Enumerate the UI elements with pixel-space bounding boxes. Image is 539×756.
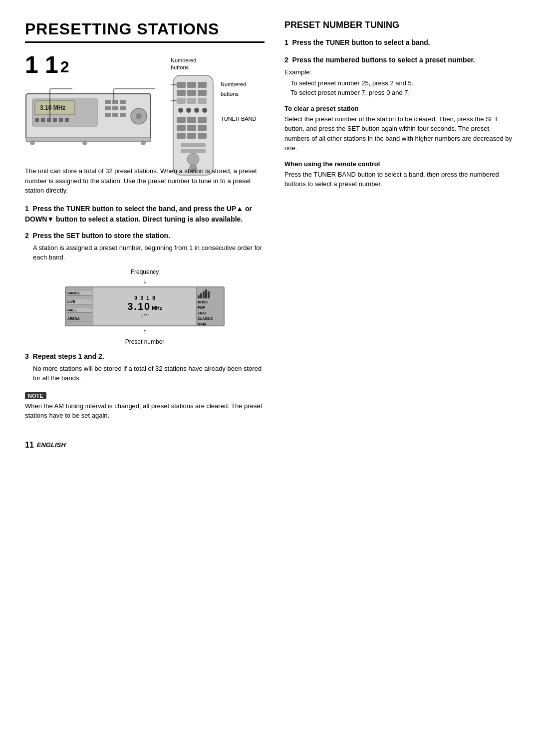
remote-control-section: When using the remote control Press the … (284, 160, 514, 189)
svg-rect-17 (112, 113, 118, 117)
svg-rect-33 (177, 90, 186, 96)
right-step2-body: Example: To select preset number 25, pre… (284, 67, 514, 98)
svg-rect-12 (120, 100, 126, 104)
step2-num: 2 (25, 232, 29, 240)
step-3: 3 Repeat steps 1 and 2. No more stations… (25, 351, 265, 383)
right-section-title: PRESET NUMBER TUNING (284, 20, 514, 30)
signal-bars (198, 289, 223, 298)
step1-header: 1 Press the TUNER button to select the b… (25, 204, 265, 225)
svg-rect-38 (198, 98, 207, 104)
svg-rect-44 (187, 117, 196, 123)
svg-rect-11 (112, 100, 118, 104)
svg-point-42 (202, 108, 207, 113)
receiver-svg: 3.10 MHz (25, 79, 165, 156)
svg-rect-15 (120, 106, 126, 110)
note-box: NOTE When the AM tuning interval is chan… (25, 391, 265, 421)
step-2: 2 Press the SET button to store the stat… (25, 231, 265, 262)
svg-rect-8 (59, 118, 63, 122)
note-text: When the AM tuning interval is changed, … (25, 401, 265, 421)
remote-control-body: Press the TUNER BAND button to select a … (284, 170, 514, 189)
display-diagram: Frequency ↓ DANCE LIVE HALL ARENA 9 3 1 … (65, 268, 225, 345)
svg-point-39 (178, 108, 183, 113)
step1-num: 1 (25, 205, 29, 213)
clear-preset-section: To clear a preset station Select the pre… (284, 105, 514, 153)
step-1: 1 Press the TUNER button to select the b… (25, 204, 265, 225)
step1-text: Press the TUNER button to select the ban… (25, 205, 252, 223)
mode-classic: CLASSIC (198, 316, 223, 321)
preset-num-display: 1 / / / (141, 313, 149, 317)
svg-rect-9 (65, 118, 69, 122)
example-line1: To select preset number 25, press 2 and … (284, 78, 514, 88)
svg-point-41 (194, 108, 199, 113)
svg-rect-31 (187, 82, 196, 88)
svg-point-22 (30, 140, 35, 145)
right-step1-header: 1 Press the TUNER button to select a ban… (284, 37, 514, 48)
right-mode-labels: ROCK POP JAZZ CLASSIC BGM (198, 299, 223, 326)
svg-rect-4 (35, 118, 39, 122)
mode-jazz: JAZZ (198, 310, 223, 316)
display-freq: 3.10 (127, 301, 151, 312)
svg-rect-7 (53, 118, 57, 122)
svg-point-23 (82, 140, 87, 145)
svg-point-54 (187, 153, 199, 165)
numbered-buttons-callout: Numbered buttons (171, 57, 196, 71)
svg-rect-16 (105, 113, 111, 117)
svg-rect-5 (41, 118, 45, 122)
mode-rock: ROCK (198, 299, 223, 305)
svg-rect-50 (187, 133, 196, 139)
large-number: 1 1 (25, 53, 58, 77)
example-label: Example: (284, 67, 514, 77)
tuner-band-label: TUNER BAND (221, 114, 265, 124)
band-dance: DANCE (67, 291, 92, 296)
right-column: PRESET NUMBER TUNING 1 Press the TUNER b… (284, 20, 514, 421)
display-bands: DANCE LIVE HALL ARENA (66, 287, 93, 325)
svg-point-24 (141, 140, 146, 145)
svg-rect-18 (120, 113, 126, 117)
right-step-2: 2 Press the numbered buttons to select a… (284, 55, 514, 98)
mode-pop: POP (198, 305, 223, 310)
svg-rect-13 (105, 106, 111, 110)
svg-rect-43 (177, 117, 186, 123)
display-mhz: MHz (152, 305, 162, 311)
body-text: The unit can store a total of 32 preset … (25, 166, 265, 196)
right-step1-num: 1 (284, 38, 288, 46)
svg-rect-51 (198, 133, 207, 139)
svg-rect-52 (181, 143, 206, 147)
step3-body: No more stations will be stored if a tot… (25, 364, 265, 383)
step3-num: 3 (25, 352, 29, 360)
band-hall: HALL (67, 308, 92, 313)
svg-rect-46 (177, 125, 186, 131)
remote-control-title: When using the remote control (284, 160, 514, 168)
svg-rect-35 (198, 90, 207, 96)
svg-rect-49 (177, 133, 186, 139)
language-label: ENGLISH (37, 441, 66, 449)
svg-rect-45 (198, 117, 207, 123)
page-footer: 11 ENGLISH (25, 441, 514, 450)
display-numbers: 9 3 1 0 (134, 295, 155, 301)
svg-rect-53 (181, 149, 206, 153)
svg-text:3.10 MHz: 3.10 MHz (40, 104, 65, 111)
svg-rect-21 (26, 138, 151, 142)
right-step1-text: Press the TUNER button to select a band. (292, 38, 430, 46)
band-arena: ARENA (67, 316, 92, 321)
svg-point-20 (136, 113, 142, 119)
remote-svg (171, 74, 216, 179)
svg-rect-36 (177, 98, 186, 104)
numbered-buttons-remote-label: Numbered buttons (221, 80, 265, 100)
note-tag: NOTE (25, 392, 46, 399)
right-step2-text: Press the numbered buttons to select a p… (292, 56, 475, 64)
display-center: 9 3 1 0 3.10 MHz 1 / / / (93, 287, 196, 325)
remote-labels: Numbered buttons TUNER BAND (221, 80, 265, 124)
svg-rect-34 (187, 90, 196, 96)
freq-label: Frequency (131, 268, 159, 275)
step2-body: A station is assigned a preset number, b… (25, 243, 265, 262)
right-step2-num: 2 (284, 56, 288, 64)
step2-header: 2 Press the SET button to store the stat… (25, 231, 265, 241)
svg-rect-30 (177, 82, 186, 88)
svg-rect-47 (187, 125, 196, 131)
page-number: 11 (25, 441, 34, 450)
step3-header: 3 Repeat steps 1 and 2. (25, 351, 265, 362)
clear-preset-title: To clear a preset station (284, 105, 514, 112)
example-line2: To select preset number 7, press 0 and 7… (284, 88, 514, 98)
svg-rect-37 (187, 98, 196, 104)
